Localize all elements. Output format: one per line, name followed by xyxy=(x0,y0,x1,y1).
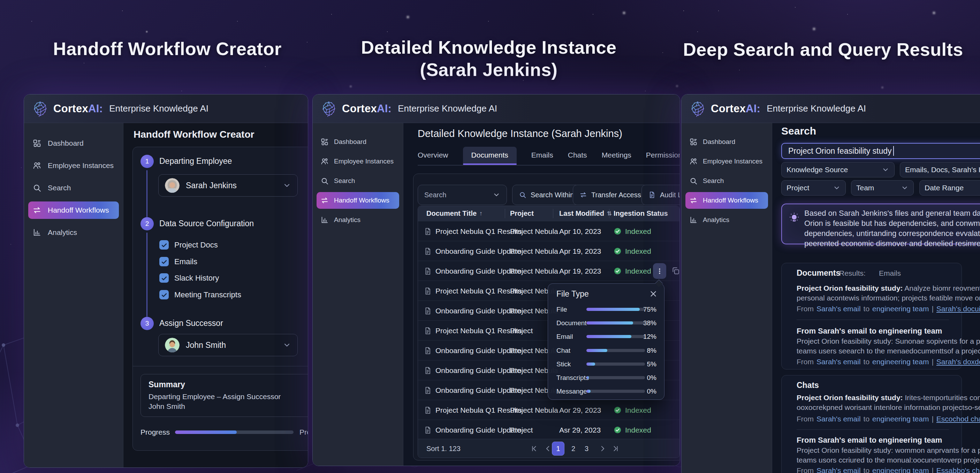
assign-successor-select[interactable]: John Smith xyxy=(158,334,298,356)
sidebar-item-handoff-workflows[interactable]: Handoff Workflows xyxy=(28,202,119,219)
page-2-button[interactable]: 2 xyxy=(571,439,575,458)
page-first-button[interactable] xyxy=(530,439,538,458)
filetype-slider-email[interactable]: Email12% xyxy=(548,333,664,341)
table-row[interactable]: Project Nebula Q1 Results Project Nebula… xyxy=(418,400,679,420)
progress-label-trailing: Progress xyxy=(299,428,308,436)
table-row[interactable]: Project Nebula Q1 Results Project Nebula… xyxy=(418,221,679,241)
sidebar-item-employee-instances[interactable]: Employee Instances xyxy=(24,154,123,177)
page-last-button[interactable] xyxy=(612,439,619,458)
table-row[interactable]: Onboarding Guide Update Project Nebula A… xyxy=(418,241,679,261)
team-select[interactable]: Team xyxy=(851,180,914,195)
search-select[interactable]: Search xyxy=(418,185,507,205)
copy-icon[interactable] xyxy=(671,266,680,275)
link-engineering-team[interactable]: engineering team xyxy=(872,358,929,366)
sidebar-item-handoff-workflows[interactable]: Handoff Workflows xyxy=(686,192,768,209)
sidebar-item-dashboard[interactable]: Dashboard xyxy=(682,132,772,152)
link-sarahs-documents-2[interactable]: Sarah's doxdocuments xyxy=(936,358,980,366)
tab-documents[interactable]: Documents xyxy=(463,147,517,165)
avatar-sarah-jenkins xyxy=(165,178,180,193)
handoff-arrows-icon xyxy=(32,206,41,215)
checkbox-slack-history[interactable]: Slack History xyxy=(159,273,219,283)
file-type-popup: File Type File75% Document38% Email12% C… xyxy=(548,283,665,400)
sidebar: Dashboard Employee Instances Search Hand… xyxy=(24,123,123,467)
search-icon xyxy=(320,177,329,185)
sidebar-item-employee-instances[interactable]: Employee Instances xyxy=(682,152,772,171)
result-heading: From Sarah's email to engineering team xyxy=(797,327,942,336)
tab-emails[interactable]: Emails xyxy=(531,151,553,165)
filetype-slider-stick[interactable]: Stick5% xyxy=(548,360,664,368)
tab-meetings[interactable]: Meetings xyxy=(602,151,632,165)
link-sarahs-documents[interactable]: Sarah's docuinments xyxy=(936,305,980,313)
checkbox-meeting-transcripts[interactable]: Meeting Transcripts xyxy=(159,290,241,299)
page-prev-button[interactable] xyxy=(544,439,552,458)
result-source-line: FromSarah's emailtoengineering team|Esco… xyxy=(797,415,980,423)
page-1-button[interactable]: 1 xyxy=(552,441,565,456)
progress-label: Progress xyxy=(140,428,170,436)
page-next-button[interactable] xyxy=(598,439,606,458)
sidebar-item-employee-instances[interactable]: Employee Instances xyxy=(313,152,403,171)
filetype-slider-document[interactable]: Document38% xyxy=(548,319,664,327)
sidebar-item-dashboard[interactable]: Dashboard xyxy=(313,132,403,152)
row-menu-button[interactable] xyxy=(653,263,666,279)
sidebar-item-dashboard[interactable]: Dashboard xyxy=(24,132,123,154)
filetype-slider-chat[interactable]: Chat8% xyxy=(548,347,664,354)
link-sarahs-email[interactable]: Sarah's email xyxy=(816,305,861,313)
sidebar-item-handoff-workflows[interactable]: Handoff Workflows xyxy=(317,192,399,209)
result-heading: From Sarah's email to engineering team xyxy=(797,436,942,445)
window-deep-search: CortexAI: Enterprise Knowledge AI Dashbo… xyxy=(681,94,980,473)
link-sarahs-email[interactable]: Sarah's email xyxy=(816,467,861,473)
brand-product: Enterprise Knowledge AI xyxy=(767,103,866,114)
workflow-steps-card: 1 Departing Employee Sarah Jenkins 2 Dat… xyxy=(132,147,308,451)
project-select[interactable]: Project xyxy=(781,180,846,195)
section-title-left: Handoff Workflow Creator xyxy=(53,38,282,59)
filetype-slider-file[interactable]: File75% xyxy=(548,306,664,313)
close-icon[interactable] xyxy=(649,289,658,298)
sources-select[interactable]: Emails, Docs, Sarah's Instance xyxy=(900,162,980,178)
table-row[interactable]: Onboarding Guide Update Project Asr 29, … xyxy=(418,420,679,440)
filetype-slider-transcripts[interactable]: Transcripts0% xyxy=(548,374,664,382)
ai-summary-box: Based on Sarah Jenkins's files and gener… xyxy=(781,203,980,244)
page-3-button[interactable]: 3 xyxy=(585,439,589,458)
brand-product: Enterprise Knowledge AI xyxy=(398,103,497,114)
page-title: Detailed Knowledge Instance (Sarah Jenki… xyxy=(418,128,622,140)
checkbox-checked-icon xyxy=(159,290,169,299)
date-range-select[interactable]: Date Range xyxy=(920,180,980,195)
link-escochod-chats[interactable]: Escochod chats xyxy=(936,415,980,423)
sidebar-item-search[interactable]: Search xyxy=(682,171,772,190)
people-icon xyxy=(689,157,698,165)
search-within-button[interactable]: Search Within xyxy=(512,185,581,205)
results-label: Results: xyxy=(839,269,865,278)
popup-title: File Type xyxy=(557,289,589,299)
knowledge-source-select[interactable]: Knowledge Source xyxy=(781,162,894,178)
link-essabbos-chats[interactable]: Essabbo's chats xyxy=(936,467,980,473)
search-input[interactable]: Project Orion feasibility study xyxy=(781,143,980,159)
indexed-check-icon xyxy=(614,247,622,255)
filetype-slider-messange[interactable]: Messange0% xyxy=(548,387,664,395)
checkbox-project-docs[interactable]: Project Docs xyxy=(159,240,218,249)
checkbox-emails[interactable]: Emails xyxy=(159,257,197,266)
link-sarahs-email[interactable]: Sarah's email xyxy=(816,415,861,423)
table-row[interactable]: Onboarding Guide Update Project Nebula A… xyxy=(418,261,679,281)
audit-log-button[interactable]: Audit Log xyxy=(641,185,680,205)
sidebar-item-search[interactable]: Search xyxy=(313,171,403,190)
workflow-main: Handoff Workflow Creator 1 Departing Emp… xyxy=(123,123,308,467)
search-icon xyxy=(32,183,41,192)
link-engineering-team[interactable]: engineering team xyxy=(872,415,929,423)
sidebar-item-analytics[interactable]: Analytics xyxy=(24,221,123,244)
indexed-check-icon xyxy=(614,267,622,275)
sidebar-item-search[interactable]: Search xyxy=(24,177,123,199)
tab-permissions[interactable]: Permissions xyxy=(646,151,680,165)
sidebar-item-analytics[interactable]: Analytics xyxy=(682,210,772,230)
indexed-check-icon xyxy=(614,227,622,235)
link-engineering-team[interactable]: engineering team xyxy=(872,467,929,473)
tab-chats[interactable]: Chats xyxy=(568,151,587,165)
departing-employee-select[interactable]: Sarah Jenkins xyxy=(158,174,298,197)
sidebar-item-analytics[interactable]: Analytics xyxy=(313,210,403,230)
window-knowledge-instance: CortexAI: Enterprise Knowledge AI Dashbo… xyxy=(312,94,680,466)
tab-overview[interactable]: Overview xyxy=(418,151,448,165)
result-text: Project Orion feasibility study: Analyze… xyxy=(797,284,980,292)
summary-title: Summary xyxy=(148,380,185,389)
link-engineering-team[interactable]: engineering team xyxy=(872,305,929,313)
transfer-access-button[interactable]: Transfer Access xyxy=(573,185,648,205)
link-sarahs-email[interactable]: Sarah's email xyxy=(816,358,861,366)
